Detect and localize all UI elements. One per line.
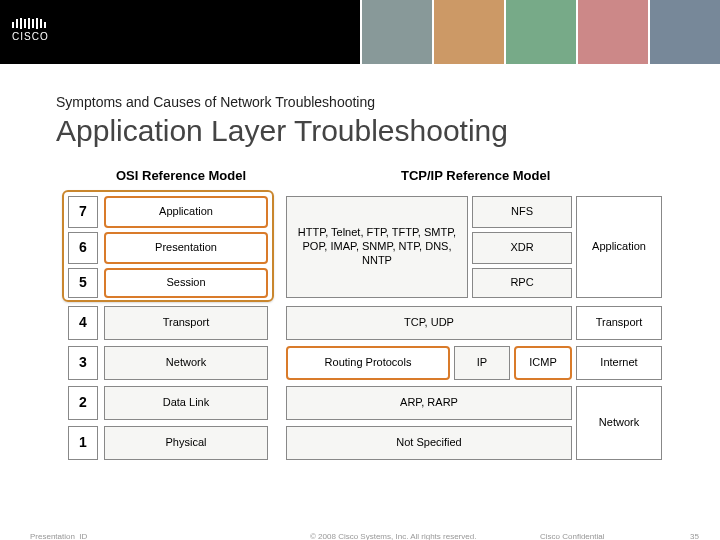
osi-num-5: 5: [68, 268, 98, 298]
proto-top-block: HTTP, Telnet, FTP, TFTP, SMTP, POP, IMAP…: [286, 196, 468, 298]
osi-num-4: 4: [68, 306, 98, 340]
osi-num-1: 1: [68, 426, 98, 460]
osi-num-7: 7: [68, 196, 98, 228]
proto-transport: TCP, UDP: [286, 306, 572, 340]
osi-layer-physical: Physical: [104, 426, 268, 460]
proto-arp: ARP, RARP: [286, 386, 572, 420]
osi-layer-session: Session: [104, 268, 268, 298]
proto-routing: Routing Protocols: [286, 346, 450, 380]
proto-ip: IP: [454, 346, 510, 380]
osi-layer-datalink: Data Link: [104, 386, 268, 420]
page-number: 35: [690, 532, 699, 540]
footer-confidential: Cisco Confidential: [540, 532, 604, 540]
osi-layer-network: Network: [104, 346, 268, 380]
tcp-layer-network: Network: [576, 386, 662, 460]
footer-left: Presentation_ID: [30, 532, 87, 540]
cisco-logo: CISCO: [12, 18, 49, 42]
tcp-heading: TCP/IP Reference Model: [401, 168, 550, 183]
page-title: Application Layer Troubleshooting: [56, 114, 720, 148]
osi-num-2: 2: [68, 386, 98, 420]
tcp-layer-application: Application: [576, 196, 662, 298]
osi-num-3: 3: [68, 346, 98, 380]
footer-copyright: © 2008 Cisco Systems, Inc. All rights re…: [310, 532, 476, 540]
proto-rpc: RPC: [472, 268, 572, 298]
logo-bars-icon: [12, 18, 49, 29]
osi-num-6: 6: [68, 232, 98, 264]
proto-nfs: NFS: [472, 196, 572, 228]
proto-xdr: XDR: [472, 232, 572, 264]
banner-photos: [360, 0, 720, 64]
slide-content: Symptoms and Causes of Network Troublesh…: [0, 64, 720, 518]
proto-notspec: Not Specified: [286, 426, 572, 460]
tcp-layer-transport: Transport: [576, 306, 662, 340]
osi-layer-application: Application: [104, 196, 268, 228]
tcp-layer-internet: Internet: [576, 346, 662, 380]
osi-layer-transport: Transport: [104, 306, 268, 340]
osi-heading: OSI Reference Model: [116, 168, 246, 183]
kicker: Symptoms and Causes of Network Troublesh…: [56, 94, 720, 110]
osi-tcp-diagram: OSI Reference Model TCP/IP Reference Mod…: [56, 168, 676, 488]
proto-icmp: ICMP: [514, 346, 572, 380]
top-bar: CISCO: [0, 0, 720, 64]
brand-text: CISCO: [12, 31, 49, 42]
osi-layer-presentation: Presentation: [104, 232, 268, 264]
